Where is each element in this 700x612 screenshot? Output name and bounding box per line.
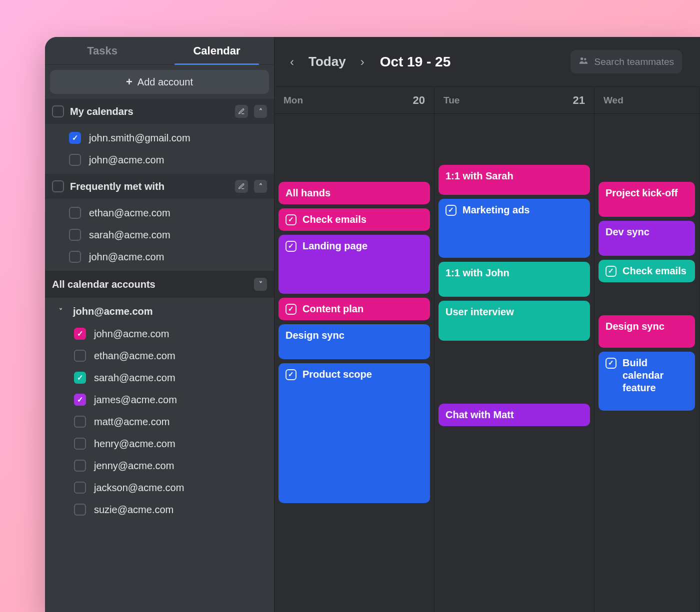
- calendar-item[interactable]: sarah@acme.com: [45, 224, 274, 246]
- event[interactable]: Project kick-off: [598, 182, 695, 217]
- day-column-wed[interactable]: Project kick-off Dev sync Check emails D…: [594, 114, 700, 612]
- event[interactable]: Design sync: [598, 315, 695, 348]
- calendar-checkbox[interactable]: [74, 482, 86, 494]
- sidebar: Tasks Calendar Add account My calendars …: [45, 37, 274, 612]
- all-accounts-body: john@acme.com john@acme.com ethan@acme.c…: [45, 298, 274, 521]
- calendar-item[interactable]: john.smith@gmail.com: [45, 127, 274, 149]
- event-checkbox[interactable]: [286, 304, 296, 315]
- event-checkbox[interactable]: [606, 266, 616, 277]
- calendar-label: henry@acme.com: [94, 438, 176, 450]
- group-checkbox[interactable]: [52, 180, 64, 192]
- chevron-up-icon[interactable]: [254, 180, 267, 193]
- calendar-item[interactable]: matt@acme.com: [45, 411, 274, 433]
- event-title: Build calendar feature: [622, 357, 688, 394]
- day-header-mon: Mon 20: [274, 87, 434, 113]
- main-content: ‹ Today › Oct 19 - 25 Search teammates M…: [274, 37, 700, 612]
- calendar-item[interactable]: john@acme.com: [45, 323, 274, 345]
- toolbar: ‹ Today › Oct 19 - 25 Search teammates: [274, 37, 700, 87]
- calendar-item[interactable]: james@acme.com: [45, 389, 274, 411]
- calendar-item[interactable]: jenny@acme.com: [45, 455, 274, 477]
- add-account-label: Add account: [138, 76, 193, 88]
- calendar-checkbox[interactable]: [74, 460, 86, 472]
- calendar-checkbox[interactable]: [69, 251, 81, 263]
- account-header[interactable]: john@acme.com: [45, 298, 274, 323]
- chevron-up-icon[interactable]: [254, 105, 267, 118]
- event[interactable]: Marketing ads: [438, 199, 590, 258]
- calendar-checkbox[interactable]: [74, 394, 86, 406]
- event[interactable]: Build calendar feature: [598, 352, 695, 411]
- search-placeholder: Search teammates: [594, 56, 674, 67]
- calendar-checkbox[interactable]: [74, 350, 86, 362]
- calendar-checkbox[interactable]: [74, 416, 86, 428]
- calendar-label: john@acme.com: [89, 154, 164, 166]
- event-checkbox[interactable]: [286, 369, 296, 380]
- event-checkbox[interactable]: [446, 205, 456, 216]
- calendar-item[interactable]: john@acme.com: [45, 149, 274, 171]
- add-account-button[interactable]: Add account: [50, 70, 269, 94]
- day-column-mon[interactable]: All hands Check emails Landing page Cont…: [274, 114, 434, 612]
- event[interactable]: Design sync: [278, 324, 430, 359]
- event[interactable]: 1:1 with John: [438, 262, 590, 297]
- event-title: Dev sync: [606, 226, 650, 238]
- next-week-button[interactable]: ›: [357, 56, 368, 67]
- calendar-checkbox[interactable]: [69, 207, 81, 219]
- calendar-label: ethan@acme.com: [89, 207, 170, 219]
- event[interactable]: Landing page: [278, 235, 430, 294]
- group-checkbox[interactable]: [52, 105, 64, 117]
- chevron-down-icon[interactable]: [254, 278, 267, 291]
- event[interactable]: User interview: [438, 301, 590, 341]
- event[interactable]: All hands: [278, 182, 430, 204]
- calendar-label: matt@acme.com: [94, 416, 170, 428]
- calendar-label: suzie@acme.com: [94, 504, 174, 516]
- calendar-grid: All hands Check emails Landing page Cont…: [274, 114, 700, 612]
- calendar-label: sarah@acme.com: [94, 372, 176, 384]
- event[interactable]: Dev sync: [598, 221, 695, 256]
- pencil-icon[interactable]: [235, 105, 248, 118]
- event[interactable]: Product scope: [278, 363, 430, 503]
- event[interactable]: Chat with Matt: [438, 404, 590, 426]
- calendar-label: jackson@acme.com: [94, 482, 184, 494]
- all-accounts-header[interactable]: All calendar accounts: [45, 271, 274, 298]
- tab-tasks[interactable]: Tasks: [45, 37, 160, 64]
- calendar-checkbox[interactable]: [74, 438, 86, 450]
- event[interactable]: Check emails: [598, 260, 695, 282]
- calendar-item[interactable]: ethan@acme.com: [45, 345, 274, 367]
- group-title: My calendars: [70, 106, 134, 117]
- event[interactable]: 1:1 with Sarah: [438, 165, 590, 195]
- calendar-item[interactable]: jackson@acme.com: [45, 477, 274, 499]
- event[interactable]: Check emails: [278, 208, 430, 231]
- people-icon: [578, 55, 588, 68]
- search-teammates-input[interactable]: Search teammates: [570, 50, 682, 73]
- today-button[interactable]: Today: [306, 54, 348, 69]
- group-header-my-calendars[interactable]: My calendars: [45, 99, 274, 124]
- day-name: Mon: [284, 95, 303, 106]
- calendar-item[interactable]: john@acme.com: [45, 246, 274, 268]
- event[interactable]: Content plan: [278, 298, 430, 320]
- calendar-item[interactable]: henry@acme.com: [45, 433, 274, 455]
- calendar-item[interactable]: ethan@acme.com: [45, 202, 274, 224]
- group-title: Frequently met with: [70, 181, 164, 192]
- calendar-label: john@acme.com: [94, 328, 169, 340]
- event-checkbox[interactable]: [286, 241, 296, 252]
- group-header-frequently[interactable]: Frequently met with: [45, 174, 274, 199]
- tab-calendar[interactable]: Calendar: [160, 37, 274, 64]
- prev-week-button[interactable]: ‹: [286, 56, 298, 67]
- day-column-tue[interactable]: 1:1 with Sarah Marketing ads 1:1 with Jo…: [434, 114, 594, 612]
- calendar-item[interactable]: suzie@acme.com: [45, 499, 274, 521]
- event-checkbox[interactable]: [606, 358, 616, 369]
- chevron-down-icon[interactable]: [54, 305, 67, 318]
- calendar-checkbox[interactable]: [74, 504, 86, 516]
- pencil-icon[interactable]: [235, 180, 248, 193]
- calendar-label: jenny@acme.com: [94, 460, 174, 472]
- calendar-checkbox[interactable]: [69, 229, 81, 241]
- calendar-item[interactable]: sarah@acme.com: [45, 367, 274, 389]
- day-name: Tue: [444, 95, 460, 106]
- date-range: Oct 19 - 25: [380, 54, 451, 70]
- event-checkbox[interactable]: [286, 214, 296, 225]
- day-headers: Mon 20 Tue 21 Wed: [274, 87, 700, 114]
- calendar-checkbox[interactable]: [74, 328, 86, 340]
- calendar-checkbox[interactable]: [69, 154, 81, 166]
- calendar-checkbox[interactable]: [69, 132, 81, 144]
- calendar-checkbox[interactable]: [74, 372, 86, 384]
- day-header-wed: Wed: [594, 87, 700, 113]
